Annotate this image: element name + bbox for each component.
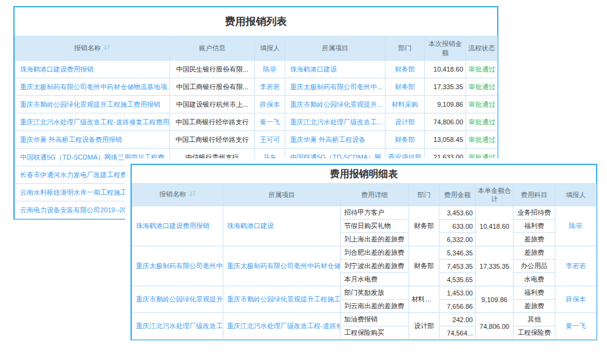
- project-link[interactable]: 重庆市鹅岭公园绿化景观提升...: [285, 96, 385, 113]
- table-row: 珠海鹤港口建设费用报销 中国民生银行股份有限... 陈菲 珠海鹤港口建设 财务部…: [15, 61, 498, 78]
- col-header-label: 报销名称: [160, 190, 186, 198]
- reimburse-name-link[interactable]: 重庆市鹅岭公园绿化景观提升工程施工费用报销: [132, 286, 223, 313]
- reimburse-name-link[interactable]: 重庆市鹅岭公园绿化景观提升工程施工费用报销: [15, 96, 170, 113]
- amount-cell: 13,058.45: [425, 131, 466, 149]
- col-header-category: 费用科目: [514, 184, 555, 206]
- col-header-amount: 本次报销金额: [425, 36, 466, 61]
- filler-link[interactable]: 黄一飞: [555, 313, 597, 340]
- expense-detail-cell: 到合肥出差的差旅费: [341, 246, 409, 260]
- expense-detail-cell: 加油费报销: [341, 313, 409, 326]
- project-link[interactable]: 珠海鹤港口建设: [223, 206, 341, 246]
- table-row: 重庆太极制药有限公司亳州中药材仓储物流基地项目费用报销 重庆太极制药有限公司亳州…: [132, 246, 597, 260]
- dept-link[interactable]: 财务部: [385, 61, 425, 78]
- project-link[interactable]: 重庆市鹅岭公园绿化景观提升工程施工: [223, 286, 341, 313]
- project-link[interactable]: 重庆太极制药有限公司亳州中药材仓储物流基地项目: [223, 246, 341, 286]
- col-header-expense-detail: 费用详细: [341, 184, 409, 206]
- project-link[interactable]: 重庆江北污水处理厂级改造工程-道路修复工程: [223, 313, 341, 340]
- category-cell: 福利费: [514, 220, 555, 233]
- reimburse-name-link[interactable]: 重庆华夏 外高桥工程设备费用报销: [15, 131, 170, 149]
- account-cell: 中国民生银行股份有限...: [170, 61, 255, 78]
- total-amount-cell: 74,806.00: [476, 313, 514, 340]
- filler-link[interactable]: 李若若: [255, 78, 285, 96]
- category-cell: 差旅费: [514, 246, 555, 260]
- col-header-dept: 部门: [409, 184, 439, 206]
- table-row: 重庆江北污水处理厂级改造工程-道路修复工程费用报销 重庆江北污水处理厂级改造工程…: [132, 313, 597, 326]
- dept-link[interactable]: 材料采购: [385, 96, 425, 113]
- col-header-reimburse-name[interactable]: 报销名称: [132, 184, 223, 206]
- status-badge: 审批通过: [466, 61, 498, 78]
- expense-detail-cell: 本月水电费: [341, 273, 409, 286]
- filler-link[interactable]: 黄一飞: [255, 113, 285, 131]
- col-header-filler: 填报人: [555, 184, 597, 206]
- col-header-status: 流程状态: [466, 36, 498, 61]
- category-cell: 工程保险费: [514, 326, 555, 340]
- status-badge: 审批通过: [466, 78, 498, 96]
- col-header-reimburse-name[interactable]: 报销名称: [15, 36, 170, 61]
- filler-link[interactable]: 王可可: [255, 131, 285, 149]
- amount-cell: 9,109.86: [425, 96, 466, 113]
- reimburse-name-link[interactable]: 珠海鹤港口建设费用报销: [15, 61, 170, 78]
- dept-link[interactable]: 设计部: [385, 113, 425, 131]
- category-cell: 差旅费: [514, 233, 555, 246]
- amount-cell: 633.00: [439, 220, 476, 233]
- reimburse-name-link[interactable]: 重庆江北污水处理厂级改造工程-道路修复工程费用...: [15, 113, 170, 131]
- col-header-expense-amount: 费用金额: [439, 184, 476, 206]
- reimburse-name-link[interactable]: 珠海鹤港口建设费用报销: [132, 206, 223, 246]
- project-link[interactable]: 重庆太极制药有限公司亳州中...: [285, 78, 385, 96]
- reimburse-name-link[interactable]: 重庆江北污水处理厂级改造工程-道路修复工程费用报销: [132, 313, 223, 340]
- category-cell: 水电费: [514, 273, 555, 286]
- col-header-filler: 填报人: [255, 36, 285, 61]
- sort-icon[interactable]: [104, 44, 110, 53]
- amount-cell: 17,335.35: [425, 78, 466, 96]
- reimburse-name-link[interactable]: 重庆太极制药有限公司亳州中药材仓储物流基地项...: [15, 78, 170, 96]
- dept-cell: 财务部: [409, 206, 439, 246]
- amount-cell: 74,806.00: [425, 113, 466, 131]
- dept-link[interactable]: 财务部: [385, 131, 425, 149]
- expense-detail-cell: 工程保险购买: [341, 326, 409, 340]
- total-amount-cell: 10,418.60: [476, 206, 514, 246]
- amount-cell: 7,656.86: [439, 300, 476, 313]
- expense-list-header-row: 报销名称 账户信息 填报人 所属项目 部门 本次报销金额 流程状态: [15, 36, 498, 61]
- table-row: 重庆华夏 外高桥工程设备费用报销 中国工商银行经华路支行 王可可 重庆华夏 外高…: [15, 131, 498, 149]
- account-cell: 中国工商银行经华路支行: [170, 131, 255, 149]
- expense-detail-cell: 到云南出差的差旅费: [341, 300, 409, 313]
- status-badge: 审批通过: [466, 96, 498, 113]
- table-row: 重庆太极制药有限公司亳州中药材仓储物流基地项... 中国工商银行股份有限... …: [15, 78, 498, 96]
- filler-link[interactable]: 李若若: [555, 246, 597, 286]
- table-row: 重庆市鹅岭公园绿化景观提升工程施工费用报销 重庆市鹅岭公园绿化景观提升工程施工 …: [132, 286, 597, 300]
- category-cell: 其他: [514, 313, 555, 326]
- category-cell: 福利费: [514, 286, 555, 300]
- project-link[interactable]: 重庆华夏 外高桥工程设备: [285, 131, 385, 149]
- reimburse-name-link[interactable]: 重庆太极制药有限公司亳州中药材仓储物流基地项目费用报销: [132, 246, 223, 286]
- amount-cell: 242.00: [439, 313, 476, 326]
- category-cell: 差旅费: [514, 300, 555, 313]
- expense-detail-table: 报销名称 所属项目 费用详细 部门 费用金额 本单金额合计 费用科目 填报人 珠…: [132, 183, 597, 340]
- dept-cell: 财务部: [409, 246, 439, 286]
- filler-link[interactable]: 陈菲: [555, 206, 597, 246]
- filler-link[interactable]: 薛保丰: [255, 96, 285, 113]
- col-header-project: 所属项目: [285, 36, 385, 61]
- col-header-total-amount: 本单金额合计: [476, 184, 514, 206]
- sort-icon[interactable]: [189, 190, 196, 199]
- col-header-account: 账户信息: [170, 36, 255, 61]
- category-cell: 业务招待费: [514, 206, 555, 220]
- amount-cell: 74,564...: [439, 326, 476, 340]
- amount-cell: 7,453.35: [439, 260, 476, 273]
- expense-detail-window: 费用报销明细表 报销名称 所属项目 费用详细 部门 费用金额 本单金额合计 费用…: [131, 164, 597, 340]
- project-link[interactable]: 珠海鹤港口建设: [285, 61, 385, 78]
- expense-detail-header-row: 报销名称 所属项目 费用详细 部门 费用金额 本单金额合计 费用科目 填报人: [132, 184, 597, 206]
- status-badge: 审批通过: [466, 113, 498, 131]
- account-cell: 中国工商银行股份有限...: [170, 78, 255, 96]
- filler-link[interactable]: 陈菲: [255, 61, 285, 78]
- col-header-label: 报销名称: [74, 44, 101, 52]
- expense-detail-title: 费用报销明细表: [132, 165, 596, 183]
- dept-link[interactable]: 财务部: [385, 78, 425, 96]
- amount-cell: 4,535.65: [439, 273, 476, 286]
- account-cell: 中国建设银行杭州市上...: [170, 96, 255, 113]
- total-amount-cell: 9,109.86: [476, 286, 514, 313]
- filler-link[interactable]: 薛保丰: [555, 286, 597, 313]
- project-link[interactable]: 重庆江北污水处理厂级改造工...: [285, 113, 385, 131]
- dept-cell: 设计部: [409, 313, 439, 340]
- expense-detail-cell: 招待甲方客户: [341, 206, 409, 220]
- table-row: 重庆江北污水处理厂级改造工程-道路修复工程费用... 中国工商银行经华路支行 黄…: [15, 113, 498, 131]
